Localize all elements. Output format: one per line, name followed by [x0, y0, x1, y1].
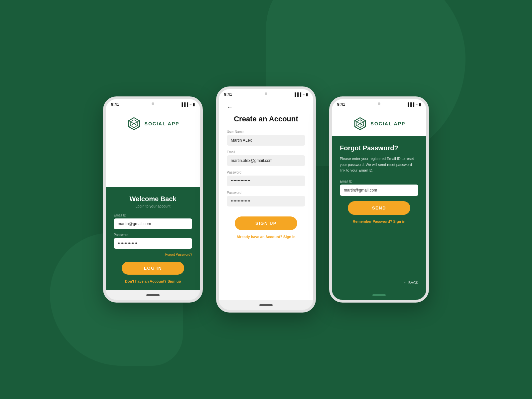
forgot-email-input[interactable]: [340, 185, 418, 196]
signup-bottom: Already have an Account? Sign in: [227, 235, 305, 239]
back-link[interactable]: ← BACK: [340, 281, 418, 285]
signal-icon-1: ▐▐▐: [181, 102, 188, 106]
status-icons-3: ▐▐▐ ≈ ▮: [407, 102, 421, 107]
signup-content: ← Create an Account User Name Email Pass…: [219, 100, 313, 300]
forgot-email-label: Email ID: [340, 180, 418, 183]
welcome-sub: Login to your account: [135, 204, 170, 208]
email-group: Email ID: [114, 213, 192, 229]
username-input[interactable]: [227, 135, 305, 146]
signup-password-label: Password: [227, 171, 305, 174]
wifi-icon-3: ≈: [416, 102, 418, 106]
signup-email-group: Email: [227, 150, 305, 166]
home-bar-2: [259, 304, 273, 306]
login-bottom: Welcome Back Login to your account Email…: [106, 187, 200, 290]
home-bar-3: [372, 294, 386, 296]
back-arrow[interactable]: ←: [227, 104, 305, 111]
username-label: User Name: [227, 130, 305, 134]
battery-icon-3: ▮: [419, 102, 421, 107]
signup-password-input[interactable]: [227, 176, 305, 186]
signup-form-area: ← Create an Account User Name Email Pass…: [219, 100, 313, 300]
login-top: SOCIAL APP: [106, 110, 200, 187]
email-input[interactable]: [114, 218, 192, 229]
remember-text: Remember Password?: [353, 219, 392, 223]
camera-dot-1: [152, 102, 154, 105]
home-indicator-3: [332, 290, 426, 300]
signal-icon-2: ▐▐▐: [294, 92, 301, 96]
back-label: BACK: [408, 281, 418, 285]
logo-icon-1: [127, 116, 141, 131]
logo-text-1: SOCIAL APP: [145, 121, 180, 126]
phone-signup: 9:41 ▐▐▐ ≈ ▮ ← Create an Account User Na…: [216, 86, 316, 313]
password-input[interactable]: [114, 238, 192, 249]
forgot-bottom: Forgot Password? Please enter your regis…: [332, 136, 426, 290]
camera-dot-2: [265, 92, 267, 95]
login-bottom-text: Don't have an Account?: [125, 279, 167, 283]
logo-area-3: SOCIAL APP: [353, 116, 406, 131]
forgot-content: SOCIAL APP Forgot Password? Please enter…: [332, 110, 426, 290]
signup-confirm-group: Password: [227, 191, 305, 206]
home-bar-1: [146, 294, 160, 296]
battery-icon-1: ▮: [193, 102, 195, 107]
back-arrow-icon: ←: [403, 281, 407, 285]
camera-dot-3: [378, 102, 380, 105]
password-label: Password: [114, 233, 192, 237]
status-time-3: 9:41: [337, 102, 345, 107]
phones-container: 9:41 ▐▐▐ ≈ ▮ SOCIAL: [103, 86, 429, 313]
login-button[interactable]: LOG IN: [122, 262, 185, 275]
forgot-title: Forgot Password?: [340, 144, 418, 152]
signup-link[interactable]: Sign up: [168, 279, 181, 283]
signup-bottom-text: Already have an Account?: [236, 235, 282, 239]
logo-text-3: SOCIAL APP: [371, 121, 406, 126]
signup-email-input[interactable]: [227, 155, 305, 166]
signup-title: Create an Account: [227, 115, 305, 123]
remember-signin-link[interactable]: Sign in: [393, 219, 406, 223]
home-indicator-1: [106, 290, 200, 300]
status-time-1: 9:41: [111, 102, 119, 107]
login-bottom-link: Don't have an Account? Sign up: [125, 279, 181, 283]
send-button[interactable]: SEND: [348, 201, 411, 215]
forgot-desc: Please enter your registered Email ID to…: [340, 156, 418, 174]
signup-email-label: Email: [227, 150, 305, 154]
signup-confirm-label: Password: [227, 191, 305, 195]
phone-forgot: 9:41 ▐▐▐ ≈ ▮ SOCIAL APP: [329, 96, 429, 303]
phone-login: 9:41 ▐▐▐ ≈ ▮ SOCIAL: [103, 96, 203, 303]
login-content: SOCIAL APP Welcome Back Login to your ac…: [106, 110, 200, 290]
signup-button[interactable]: SIGN UP: [235, 216, 298, 230]
remember-link: Remember Password? Sign in: [340, 219, 418, 223]
signin-link[interactable]: Sign in: [283, 235, 296, 239]
username-group: User Name: [227, 130, 305, 146]
status-icons-1: ▐▐▐ ≈ ▮: [181, 102, 195, 107]
forgot-link[interactable]: Forgot Password?: [114, 253, 192, 256]
welcome-title: Welcome Back: [130, 195, 177, 203]
logo-icon-3: [353, 116, 367, 131]
signup-confirm-input[interactable]: [227, 196, 305, 206]
forgot-top: SOCIAL APP: [332, 110, 426, 136]
password-group: Password: [114, 233, 192, 249]
wifi-icon-1: ≈: [190, 102, 192, 106]
wifi-icon-2: ≈: [303, 92, 305, 96]
status-icons-2: ▐▐▐ ≈ ▮: [294, 92, 308, 97]
email-label: Email ID: [114, 213, 192, 217]
status-time-2: 9:41: [224, 92, 232, 97]
logo-area-1: SOCIAL APP: [127, 116, 180, 131]
signup-password-group: Password: [227, 171, 305, 186]
battery-icon-2: ▮: [306, 92, 308, 97]
home-indicator-2: [219, 300, 313, 310]
signal-icon-3: ▐▐▐: [407, 102, 414, 106]
